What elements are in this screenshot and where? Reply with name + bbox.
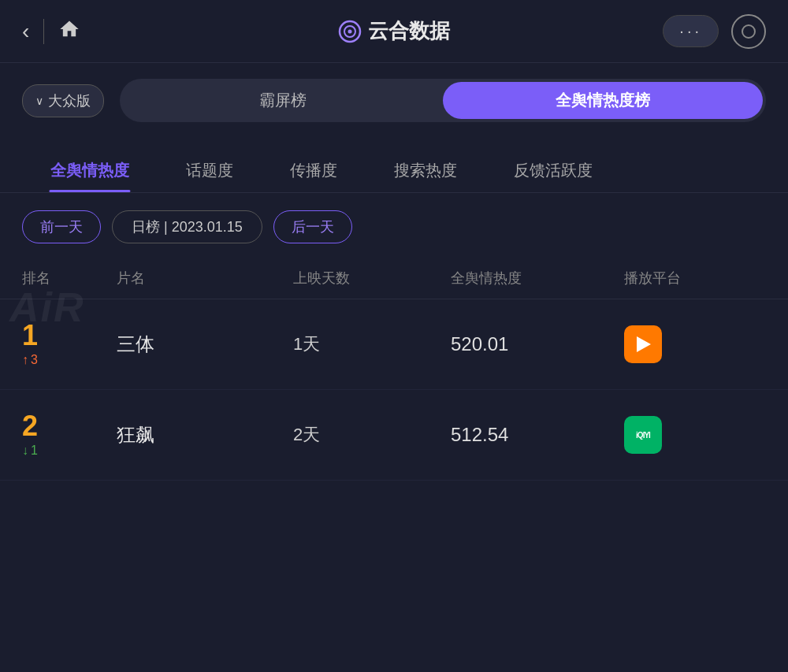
table-row[interactable]: 2 ↓ 1 狂飙 2天 512.54 iQIYI xyxy=(0,390,788,481)
date-display[interactable]: 日榜 | 2023.01.15 xyxy=(112,210,262,243)
sub-tabs: 全舆情热度 话题度 传播度 搜索热度 反馈活跃度 xyxy=(0,138,788,193)
prev-day-button[interactable]: 前一天 xyxy=(22,210,101,243)
main-tabs: 霸屏榜 全舆情热度榜 xyxy=(120,79,766,122)
heat-1: 520.01 xyxy=(451,333,624,355)
header-name: 片名 xyxy=(117,269,293,288)
page-title: 云合数据 xyxy=(338,17,450,45)
header-heat: 全舆情热度 xyxy=(451,269,624,288)
rank-cell-1: 1 ↑ 3 xyxy=(22,321,117,367)
subtab-overall[interactable]: 全舆情热度 xyxy=(22,150,158,192)
title-icon xyxy=(338,20,362,43)
nav-bar: ‹ 云合数据 ··· xyxy=(0,0,788,63)
svg-marker-3 xyxy=(637,336,651,352)
table-row[interactable]: 1 ↑ 3 三体 1天 520.01 xyxy=(0,299,788,390)
platform-2: iQIYI xyxy=(624,416,766,454)
nav-divider xyxy=(43,19,44,44)
rank-change-value: 1 xyxy=(31,444,38,458)
version-badge[interactable]: ∨ 大众版 xyxy=(22,84,104,117)
tencent-logo xyxy=(624,325,662,363)
svg-point-2 xyxy=(348,29,352,33)
nav-actions: ··· xyxy=(663,14,766,49)
chevron-icon: ∨ xyxy=(35,95,43,107)
subtab-topic[interactable]: 话题度 xyxy=(158,150,262,192)
rank-up-icon: ↑ xyxy=(22,353,28,367)
record-button[interactable] xyxy=(731,14,766,49)
back-button[interactable]: ‹ xyxy=(22,19,29,44)
subtab-search[interactable]: 搜索热度 xyxy=(366,150,485,192)
rank-change: ↑ 3 xyxy=(22,353,38,367)
header-rank: 排名 xyxy=(22,269,117,288)
platform-1 xyxy=(624,325,766,363)
heat-2: 512.54 xyxy=(451,424,624,446)
days-2: 2天 xyxy=(293,423,451,447)
version-label: 大众版 xyxy=(48,91,91,110)
subtab-feedback[interactable]: 反馈活跃度 xyxy=(485,150,621,192)
date-nav: 前一天 日榜 | 2023.01.15 后一天 xyxy=(0,193,788,261)
home-button[interactable] xyxy=(58,18,80,45)
rank-change-value: 3 xyxy=(31,353,38,367)
tab-section: ∨ 大众版 霸屏榜 全舆情热度榜 xyxy=(0,63,788,138)
subtab-spread[interactable]: 传播度 xyxy=(262,150,366,192)
days-1: 1天 xyxy=(293,332,451,356)
rank-down-icon: ↓ xyxy=(22,444,28,458)
record-icon xyxy=(742,24,756,39)
rank-number: 2 xyxy=(22,412,38,440)
table-header: 排名 片名 上映天数 全舆情热度 播放平台 xyxy=(0,261,788,299)
rank-change: ↓ 1 xyxy=(22,444,38,458)
tab-hotness[interactable]: 全舆情热度榜 xyxy=(443,82,763,119)
tab-baping[interactable]: 霸屏榜 xyxy=(123,82,443,119)
movie-name-2: 狂飙 xyxy=(117,422,293,447)
next-day-button[interactable]: 后一天 xyxy=(273,210,352,243)
more-button[interactable]: ··· xyxy=(663,15,719,47)
rank-number: 1 xyxy=(22,321,38,350)
header-platform: 播放平台 xyxy=(624,269,766,288)
movie-name-1: 三体 xyxy=(117,332,293,357)
iqiyi-logo: iQIYI xyxy=(624,416,662,454)
rank-cell-2: 2 ↓ 1 xyxy=(22,412,117,458)
header-days: 上映天数 xyxy=(293,269,451,288)
